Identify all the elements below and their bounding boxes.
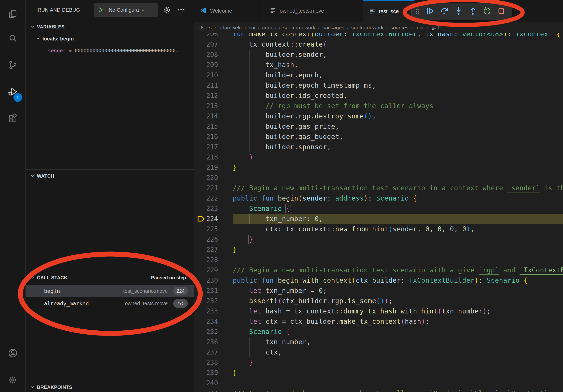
- continue-button[interactable]: [423, 3, 437, 20]
- line-number[interactable]: 239: [194, 368, 218, 378]
- line-number[interactable]: 235: [194, 327, 218, 337]
- toolbar-drag-handle-icon[interactable]: [412, 7, 423, 16]
- code-line-222[interactable]: 222public fun begin(sender: address): Sc…: [194, 193, 563, 204]
- step-over-button[interactable]: [437, 3, 451, 20]
- activity-bar-item-settings[interactable]: [0, 369, 26, 391]
- line-number[interactable]: 233: [194, 306, 218, 316]
- line-number[interactable]: 232: [194, 296, 218, 306]
- line-number[interactable]: 238: [194, 357, 218, 368]
- line-number[interactable]: 225: [194, 224, 218, 234]
- line-number[interactable]: 207: [194, 39, 218, 50]
- stop-button[interactable]: [494, 3, 508, 20]
- line-number[interactable]: 240: [194, 378, 218, 388]
- code-area[interactable]: 206fun make_tx_context(builder: TxContex…: [194, 0, 563, 392]
- breadcrumb-item[interactable]: sui-framework: [283, 25, 315, 31]
- breadcrumb-item[interactable]: adamwelc: [218, 25, 242, 31]
- code-line-235[interactable]: 235 Scenario {: [194, 327, 563, 337]
- code-line-221[interactable]: 221/// Begin a new multi-transaction tes…: [194, 183, 563, 193]
- line-number[interactable]: 227: [194, 245, 218, 255]
- more-actions-icon[interactable]: [177, 5, 186, 14]
- restart-button[interactable]: [480, 3, 494, 20]
- line-number[interactable]: 226: [194, 234, 218, 245]
- code-line-232[interactable]: 232 assert!(ctx_builder.rgp.is_some());: [194, 296, 563, 306]
- code-line-211[interactable]: 211 builder.epoch_timestamp_ms,: [194, 80, 563, 91]
- code-line-214[interactable]: 214 builder.rgp.destroy_some(),: [194, 111, 563, 121]
- line-number[interactable]: 210: [194, 70, 218, 80]
- code-line-238[interactable]: 238 }: [194, 357, 563, 368]
- start-debug-icon[interactable]: [97, 6, 104, 13]
- line-number[interactable]: 241: [194, 388, 218, 392]
- code-line-219[interactable]: 219}: [194, 162, 563, 173]
- line-number[interactable]: 212: [194, 91, 218, 101]
- code-line-240[interactable]: 240: [194, 378, 563, 388]
- code-line-220[interactable]: 220: [194, 173, 563, 183]
- code-line-229[interactable]: 229/// Begin a new multi-transaction tes…: [194, 265, 563, 275]
- line-number[interactable]: 230: [194, 275, 218, 286]
- code-line-207[interactable]: 207 tx_context::create(: [194, 39, 563, 50]
- activity-bar-item-search[interactable]: [0, 28, 26, 50]
- activity-bar-item-explorer[interactable]: [0, 3, 26, 25]
- code-line-231[interactable]: 231 let txn_number = 0;: [194, 286, 563, 296]
- breadcrumb-item[interactable]: Users: [198, 25, 212, 31]
- line-number[interactable]: 224: [194, 214, 218, 224]
- line-number[interactable]: 228: [194, 255, 218, 265]
- breadcrumb-item-file[interactable]: te: [431, 25, 442, 31]
- activity-bar-item-extensions[interactable]: [0, 108, 26, 130]
- line-number[interactable]: 222: [194, 193, 218, 204]
- code-line-208[interactable]: 208 builder.sender,: [194, 50, 563, 60]
- gear-icon[interactable]: [162, 5, 171, 14]
- line-number[interactable]: 213: [194, 101, 218, 111]
- code-line-213[interactable]: 213 // rgp must be set from the caller a…: [194, 101, 563, 111]
- breadcrumb-item[interactable]: test: [415, 25, 424, 31]
- code-line-218[interactable]: 218 ): [194, 152, 563, 162]
- step-out-button[interactable]: [466, 3, 480, 20]
- code-line-227[interactable]: 227}: [194, 245, 563, 255]
- line-number[interactable]: 220: [194, 173, 218, 183]
- code-line-237[interactable]: 237 ctx,: [194, 347, 563, 357]
- activity-bar-item-run-and-debug[interactable]: 1: [0, 81, 26, 103]
- variable-row[interactable]: sender = 0000000000000000000000000000000…: [48, 45, 179, 56]
- tab-welcome[interactable]: Welcome: [194, 0, 264, 22]
- breadcrumb-item[interactable]: sources: [390, 25, 408, 31]
- code-line-236[interactable]: 236 txn_number,: [194, 337, 563, 347]
- line-number[interactable]: 217: [194, 142, 218, 152]
- activity-bar-item-source-control[interactable]: [0, 54, 26, 76]
- line-number[interactable]: 216: [194, 132, 218, 142]
- line-number[interactable]: 237: [194, 347, 218, 357]
- call-stack-frame[interactable]: begintest_scenario.move224: [26, 285, 194, 297]
- code-line-215[interactable]: 215 builder.gas_price,: [194, 121, 563, 132]
- step-into-button[interactable]: [451, 3, 466, 20]
- line-number[interactable]: 219: [194, 162, 218, 173]
- call-stack-section-header[interactable]: CALL STACK Paused on step: [26, 273, 194, 283]
- breadcrumb-item[interactable]: sui-framework: [351, 25, 384, 31]
- line-number[interactable]: 211: [194, 80, 218, 91]
- tab-owned_tests-move[interactable]: owned_tests.move: [264, 0, 363, 22]
- debug-config-dropdown[interactable]: No Configura: [94, 3, 158, 17]
- line-number[interactable]: 214: [194, 111, 218, 121]
- code-line-234[interactable]: 234 let ctx = ctx_builder.make_tx_contex…: [194, 316, 563, 327]
- code-line-239[interactable]: 239}: [194, 368, 563, 378]
- code-line-224[interactable]: 224 txn_number: 0,: [194, 214, 563, 224]
- code-line-241[interactable]: 241/// Creates and shares system objects…: [194, 388, 563, 392]
- code-line-225[interactable]: 225 ctx: tx_context::new_from_hint(sende…: [194, 224, 563, 234]
- line-number[interactable]: 223: [194, 204, 218, 214]
- line-number[interactable]: 208: [194, 50, 218, 60]
- code-line-216[interactable]: 216 builder.gas_budget,: [194, 132, 563, 142]
- tab-test_sce[interactable]: test_sce: [363, 0, 414, 22]
- breadcrumb-item[interactable]: crates: [262, 25, 276, 31]
- line-number[interactable]: 215: [194, 121, 218, 132]
- code-line-233[interactable]: 233 let hash = tx_context::dummy_tx_hash…: [194, 306, 563, 316]
- breadcrumb[interactable]: Users›adamwelc›sui›crates›sui-framework›…: [194, 22, 563, 33]
- activity-bar-item-account[interactable]: [0, 343, 26, 364]
- call-stack-frame[interactable]: already_markedowned_tests.move275: [26, 297, 194, 310]
- code-line-210[interactable]: 210 builder.epoch,: [194, 70, 563, 80]
- code-line-230[interactable]: 230public fun begin_with_context(ctx_bui…: [194, 275, 563, 286]
- line-number[interactable]: 234: [194, 316, 218, 327]
- code-line-217[interactable]: 217 builder.sponsor,: [194, 142, 563, 152]
- variables-section-header[interactable]: VARIABLES: [26, 22, 194, 32]
- variables-scope-row[interactable]: locals: begin: [26, 33, 194, 44]
- line-number[interactable]: 231: [194, 286, 218, 296]
- code-line-223[interactable]: 223 Scenario {: [194, 204, 563, 214]
- code-line-212[interactable]: 212 builder.ids_created,: [194, 91, 563, 101]
- code-line-226[interactable]: 226 }: [194, 234, 563, 245]
